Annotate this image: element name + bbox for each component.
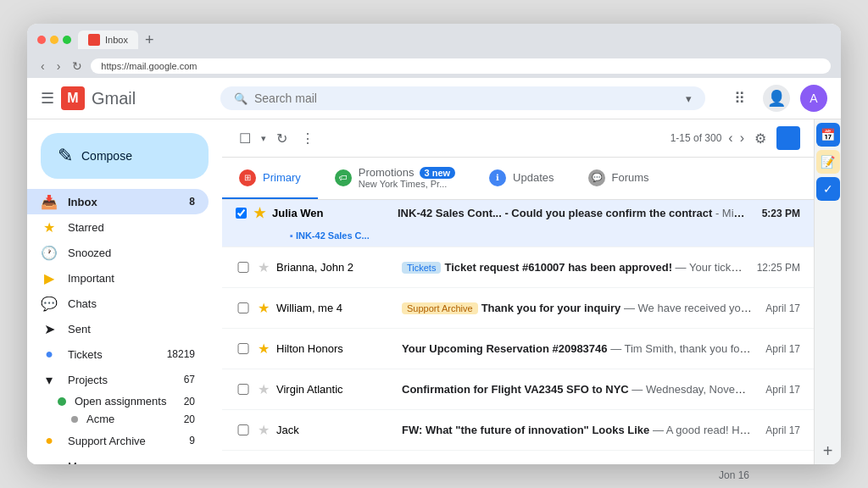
new-tab-button[interactable]: + <box>145 31 154 49</box>
sidebar-item-important[interactable]: ▶ Important <box>27 265 209 291</box>
email-subject: Confirmation for Flight VA2345 SFO to NY… <box>402 383 629 396</box>
email-time: 5:23 PM <box>762 208 800 219</box>
email-row[interactable]: ★Virgin AtlanticConfirmation for Flight … <box>222 369 814 410</box>
close-dot[interactable] <box>37 36 46 44</box>
email-row[interactable]: ★JackFW: What "the future of innovation"… <box>222 410 814 451</box>
email-row[interactable]: ★XanderPhotos from my road trip — Hi all… <box>222 451 814 464</box>
email-checkbox[interactable] <box>236 302 251 313</box>
sender-name: Hilton Honors <box>276 342 395 355</box>
sidebar-item-inbox[interactable]: 📥 Inbox 8 <box>27 189 209 214</box>
star-icon[interactable]: ★ <box>258 300 270 316</box>
more-actions-button[interactable]: ⋮ <box>298 127 318 150</box>
email-checkbox[interactable] <box>236 424 251 435</box>
avatar[interactable]: A <box>800 85 827 112</box>
right-tab-calendar[interactable]: 📅 <box>816 123 840 147</box>
sidebar-item-sent[interactable]: ➤ Sent <box>27 316 209 341</box>
search-dropdown-icon[interactable]: ▾ <box>686 92 692 105</box>
email-checkbox[interactable] <box>236 262 251 273</box>
email-checkbox[interactable] <box>236 343 251 354</box>
sidebar-item-label-tickets: Tickets <box>68 348 167 361</box>
email-row[interactable]: ★Hilton HonorsYour Upcoming Reservation … <box>222 329 814 369</box>
gmail-logo-text: M <box>67 91 78 106</box>
open-assignments-count: 20 <box>184 396 195 408</box>
sender-name: Jack <box>276 424 395 436</box>
compose-button[interactable]: ✎ Compose <box>41 133 209 179</box>
prev-page-button[interactable]: ‹ <box>728 130 732 146</box>
forward-button[interactable]: › <box>53 58 64 75</box>
star-icon[interactable]: ★ <box>258 381 270 397</box>
right-add-button[interactable]: + <box>823 441 833 461</box>
menu-icon[interactable]: ☰ <box>41 89 54 108</box>
sidebar-item-projects[interactable]: ▾ Projects 67 <box>27 367 209 392</box>
star-icon[interactable]: ★ <box>258 259 270 275</box>
email-row[interactable]: ★William, me 4Support ArchiveThank you f… <box>222 288 814 329</box>
header-icons: ⠿ 👤 A <box>726 85 827 112</box>
gmail-wordmark: Gmail <box>92 89 136 108</box>
primary-tab-icon: ⊞ <box>239 169 256 186</box>
right-tab-tasks[interactable]: ✓ <box>816 177 840 201</box>
address-bar[interactable]: https://mail.google.com <box>91 58 831 74</box>
sidebar-item-tickets[interactable]: ● Tickets 18219 <box>27 341 209 367</box>
email-subject: INK-42 Sales Cont... - Could you please … <box>398 207 712 219</box>
sidebar-item-snoozed[interactable]: 🕐 Snoozed <box>27 240 209 265</box>
email-body: — Your ticket has been appro... <box>672 261 743 274</box>
email-row[interactable]: ★Brianna, John 2TicketsTicket request #6… <box>222 247 814 288</box>
right-tab-notes[interactable]: 📝 <box>816 150 840 174</box>
star-icon[interactable]: ★ <box>258 341 270 357</box>
back-button[interactable]: ‹ <box>37 58 48 75</box>
sidebar-item-label-sent: Sent <box>68 323 195 336</box>
sidebar-item-label-inbox: Inbox <box>68 196 189 208</box>
tab-updates[interactable]: ℹ Updates <box>472 158 570 199</box>
browser-window: Inbox + ‹ › ↻ https://mail.google.com ☰ … <box>27 24 841 464</box>
minimize-dot[interactable] <box>50 36 58 44</box>
star-icon[interactable]: ★ <box>253 205 265 221</box>
sidebar-item-more[interactable]: ⌄ More <box>27 453 209 464</box>
tickets-count: 18219 <box>167 348 195 360</box>
next-page-button[interactable]: › <box>740 130 744 146</box>
support-archive-icon: ● <box>41 433 58 448</box>
email-snippet: Confirmation for Flight VA2345 SFO to NY… <box>402 383 752 396</box>
sender-name: Brianna, John 2 <box>276 261 395 274</box>
browser-tab[interactable]: Inbox <box>78 30 138 49</box>
tickets-icon: ● <box>41 347 58 362</box>
sidebar-item-open-assignments[interactable]: Open assignments 20 <box>27 392 209 410</box>
email-snippet: INK-42 Sales Cont... - Could you please … <box>398 207 748 219</box>
email-subject: Ticket request #610007 has been approved… <box>444 261 672 274</box>
checkbox-button[interactable]: ☐ <box>236 127 254 150</box>
refresh-button[interactable]: ↻ <box>69 58 86 75</box>
email-subject: Your Upcoming Reservation #20983746 <box>402 342 608 355</box>
star-icon[interactable]: ★ <box>258 463 270 464</box>
sidebar-item-label-important: Important <box>68 272 195 285</box>
sidebar-item-acme[interactable]: Acme 20 <box>27 410 209 428</box>
sidebar-item-starred[interactable]: ★ Starred <box>27 214 209 240</box>
email-checkbox[interactable] <box>236 384 251 395</box>
calendar-icon[interactable] <box>776 126 800 150</box>
email-row[interactable]: ★Julia WenINK-42 Sales Cont... - Could y… <box>222 200 814 247</box>
star-icon[interactable]: ★ <box>258 422 270 438</box>
jon-label: Jon 16 <box>719 469 749 481</box>
tab-primary[interactable]: ⊞ Primary <box>222 158 318 199</box>
settings-button[interactable]: ⚙ <box>751 127 770 150</box>
sidebar-item-label-projects: Projects <box>68 374 184 386</box>
search-input[interactable] <box>254 92 679 105</box>
email-time: April 17 <box>765 343 800 355</box>
notifications-icon[interactable]: 👤 <box>763 85 790 112</box>
apps-icon[interactable]: ⠿ <box>726 85 753 112</box>
search-bar[interactable]: 🔍 ▾ <box>220 86 705 110</box>
tab-promotions[interactable]: 🏷 Promotions 3 new New York Times, Pr... <box>318 158 472 199</box>
tab-forums[interactable]: 💬 Forums <box>571 158 666 199</box>
acme-label: Acme <box>86 413 114 425</box>
checkbox-dropdown-icon[interactable]: ▾ <box>261 133 266 144</box>
refresh-button[interactable]: ↻ <box>273 127 291 150</box>
sidebar: ✎ Compose 📥 Inbox 8 ★ Starred 🕐 Sno <box>27 119 222 464</box>
sidebar-item-chats[interactable]: 💬 Chats <box>27 291 209 316</box>
compose-plus-icon: ✎ <box>58 145 73 167</box>
support-archive-count: 9 <box>189 435 195 446</box>
email-checkbox[interactable] <box>236 208 247 219</box>
maximize-dot[interactable] <box>63 36 71 44</box>
browser-dots <box>37 36 71 44</box>
sidebar-item-label-starred: Starred <box>68 221 195 234</box>
browser-toolbar: Inbox + <box>27 24 841 54</box>
doc-chip: ▪INK-42 Sales C... <box>285 230 375 241</box>
sidebar-item-support-archive[interactable]: ● Support Archive 9 <box>27 428 209 453</box>
